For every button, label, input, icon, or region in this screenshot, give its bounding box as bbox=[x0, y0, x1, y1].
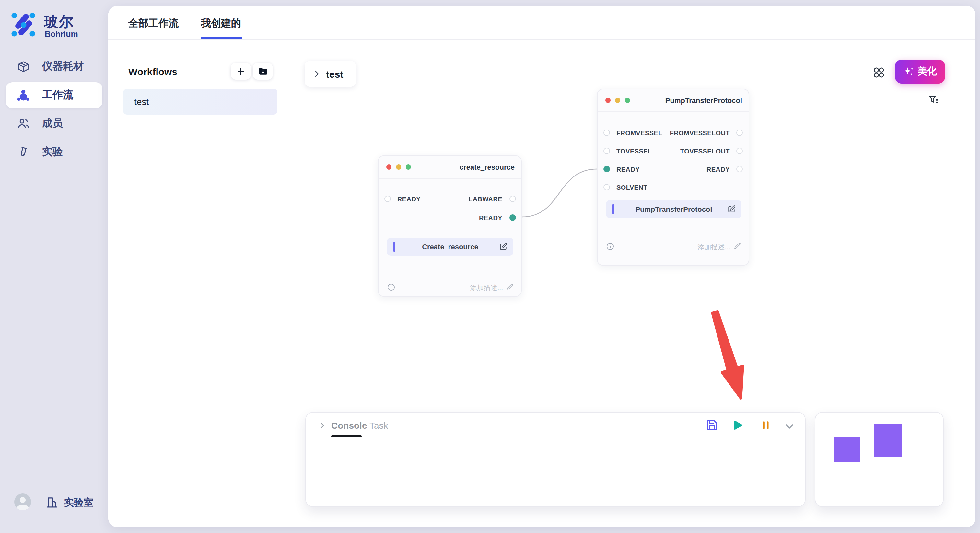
collapse-chevron-down-icon[interactable] bbox=[784, 420, 796, 433]
port-in-fromvessel[interactable] bbox=[603, 130, 610, 136]
bohrium-logo bbox=[10, 12, 36, 38]
plus-icon bbox=[236, 67, 246, 76]
tab-console[interactable]: Console bbox=[331, 420, 367, 431]
port-out-tovesselout[interactable] bbox=[736, 148, 743, 154]
info-icon[interactable] bbox=[387, 283, 395, 292]
layout-grid-icon[interactable] bbox=[873, 67, 885, 78]
chip-accent-bar bbox=[612, 204, 614, 214]
beautify-button-label: 美化 bbox=[918, 65, 937, 78]
import-folder-button[interactable] bbox=[253, 63, 273, 80]
edit-icon[interactable] bbox=[727, 205, 736, 213]
members-icon bbox=[17, 117, 30, 130]
console-tab-underline bbox=[331, 435, 362, 437]
traffic-green-dot bbox=[625, 98, 630, 103]
beautify-button[interactable]: 美化 bbox=[895, 60, 945, 84]
filter-icon[interactable] bbox=[928, 95, 939, 106]
sidebar-item-label: 实验 bbox=[42, 145, 63, 159]
sidebar-item-label: 工作流 bbox=[42, 89, 73, 102]
add-workflow-button[interactable] bbox=[231, 63, 251, 80]
chip-accent-bar bbox=[393, 241, 395, 252]
chip-label: Create_resource bbox=[387, 243, 513, 251]
sidebar: 玻尔 Bohrium 仪器耗材 工作流 bbox=[0, 0, 108, 533]
workflows-panel-title: Workflows bbox=[128, 66, 177, 77]
port-in-ready[interactable] bbox=[384, 195, 390, 202]
sidebar-item-experiments[interactable]: 实验 bbox=[6, 139, 102, 165]
minimap-node bbox=[834, 436, 860, 462]
sparkles-icon bbox=[903, 66, 914, 77]
pause-icon[interactable] bbox=[760, 419, 772, 431]
port-label: FROMVESSELOUT bbox=[670, 130, 730, 136]
node-header: PumpTransferProtocol bbox=[598, 89, 749, 112]
sidebar-item-members[interactable]: 成员 bbox=[6, 111, 102, 136]
traffic-green-dot bbox=[406, 165, 411, 170]
traffic-yellow-dot bbox=[615, 98, 620, 103]
node-pump-transfer-protocol[interactable]: PumpTransferProtocol FROMVESSEL FROMVESS… bbox=[597, 89, 749, 265]
test-tube-icon bbox=[17, 146, 30, 159]
sidebar-item-workflows[interactable]: 工作流 bbox=[6, 82, 102, 108]
logo-subtitle: Bohrium bbox=[45, 30, 78, 39]
node-title: create_resource bbox=[460, 163, 515, 171]
traffic-yellow-dot bbox=[396, 165, 401, 170]
port-out-labware[interactable] bbox=[509, 195, 515, 202]
lab-building-icon bbox=[45, 495, 59, 509]
port-in-solvent[interactable] bbox=[603, 184, 610, 190]
save-icon[interactable] bbox=[706, 419, 718, 431]
traffic-red-dot bbox=[605, 98, 611, 103]
tab-task[interactable]: Task bbox=[369, 420, 388, 431]
port-label: TOVESSELOUT bbox=[680, 148, 730, 155]
breadcrumb-label: test bbox=[326, 68, 343, 79]
workspace-label[interactable]: 实验室 bbox=[64, 497, 93, 509]
pencil-icon[interactable] bbox=[506, 283, 514, 291]
port-label: LABWARE bbox=[469, 195, 502, 203]
port-label: TOVESSEL bbox=[616, 148, 652, 155]
bohrium-logo-icon bbox=[10, 12, 36, 38]
node-description-placeholder[interactable]: 添加描述... bbox=[470, 284, 503, 293]
node-description-placeholder[interactable]: 添加描述... bbox=[697, 243, 730, 252]
pencil-icon[interactable] bbox=[734, 242, 741, 250]
port-in-ready[interactable] bbox=[603, 166, 610, 172]
info-icon[interactable] bbox=[606, 242, 614, 251]
app-root: 玻尔 Bohrium 仪器耗材 工作流 bbox=[0, 0, 980, 533]
port-out-ready[interactable] bbox=[509, 214, 515, 221]
package-icon bbox=[17, 60, 30, 73]
console-panel: Console Task bbox=[305, 412, 806, 507]
workflow-item-name: test bbox=[134, 97, 149, 107]
port-label: SOLVENT bbox=[616, 184, 648, 191]
port-label: READY bbox=[616, 166, 640, 173]
active-tab-underline bbox=[201, 37, 242, 39]
port-in-tovessel[interactable] bbox=[603, 148, 610, 154]
node-header: create_resource bbox=[379, 156, 521, 179]
node-action-chip[interactable]: Create_resource bbox=[387, 238, 513, 256]
workflow-tabs-header: 全部工作流 我创建的 bbox=[108, 6, 975, 40]
node-create-resource[interactable]: create_resource READY LABWARE READY Crea… bbox=[378, 155, 522, 297]
console-expand-icon[interactable] bbox=[318, 422, 326, 429]
tab-all-workflows[interactable]: 全部工作流 bbox=[128, 17, 178, 30]
minimap[interactable] bbox=[815, 412, 944, 507]
chip-label: PumpTransferProtocol bbox=[606, 205, 741, 213]
edit-icon[interactable] bbox=[499, 243, 508, 251]
sidebar-item-label: 仪器耗材 bbox=[42, 60, 84, 73]
logo-title: 玻尔 bbox=[44, 12, 74, 32]
sidebar-item-label: 成员 bbox=[42, 117, 63, 130]
traffic-red-dot bbox=[386, 165, 391, 170]
port-label: FROMVESSEL bbox=[616, 130, 662, 136]
port-label: READY bbox=[397, 195, 421, 203]
breadcrumb[interactable]: test bbox=[305, 61, 356, 87]
port-label: READY bbox=[479, 214, 502, 222]
node-action-chip[interactable]: PumpTransferProtocol bbox=[606, 200, 741, 218]
workflow-people-icon bbox=[17, 89, 30, 102]
avatar[interactable] bbox=[14, 493, 31, 510]
folder-download-icon bbox=[258, 66, 268, 76]
workflow-list-item[interactable]: test bbox=[123, 89, 277, 115]
port-out-fromvesselout[interactable] bbox=[736, 130, 743, 136]
sidebar-item-instruments[interactable]: 仪器耗材 bbox=[6, 54, 102, 80]
port-label: READY bbox=[706, 166, 730, 173]
run-play-icon[interactable] bbox=[732, 419, 744, 431]
tab-created-by-me[interactable]: 我创建的 bbox=[201, 17, 241, 30]
main-area: 全部工作流 我创建的 Workflows test bbox=[108, 6, 975, 527]
chevron-right-icon bbox=[313, 70, 321, 78]
port-out-ready[interactable] bbox=[736, 166, 743, 172]
node-title: PumpTransferProtocol bbox=[665, 97, 742, 104]
minimap-node bbox=[874, 424, 902, 457]
sidebar-footer: 实验室 bbox=[0, 495, 108, 512]
